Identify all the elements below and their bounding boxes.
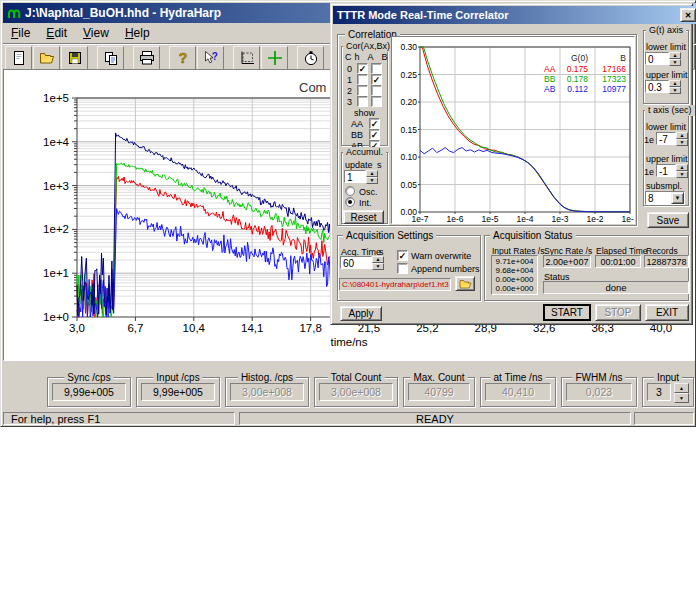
show-aa-checkbox[interactable]: ✓ [369, 118, 380, 129]
svg-text:0.25: 0.25 [400, 70, 417, 80]
osc-label: Osc. [359, 187, 378, 197]
channel-1-a-checkbox[interactable] [357, 74, 368, 85]
toolbar-button-axes[interactable] [233, 46, 260, 71]
show-label: show [354, 108, 375, 118]
field-value[interactable]: 3 [647, 383, 671, 401]
reset-button[interactable]: Reset [343, 210, 384, 224]
gt-upper-input[interactable]: 0.3 [645, 80, 669, 93]
field-value: 3,00e+008 [319, 383, 393, 401]
warn-overwrite-label: Warn overwrite [411, 251, 471, 261]
channel-number-2: 2 [347, 86, 352, 96]
axes-icon [239, 50, 255, 66]
update-label: update [345, 160, 373, 170]
menu-file[interactable]: File [3, 24, 38, 42]
stop-button[interactable]: STOP [595, 304, 641, 321]
menu-edit[interactable]: Edit [38, 24, 75, 42]
channel-3-a-checkbox[interactable] [357, 96, 368, 107]
accumul-group-label: Accumul. [343, 147, 386, 158]
svg-text:1e-3: 1e-3 [551, 214, 568, 223]
toolbar-separator [125, 47, 133, 70]
correlation-plot-panel: 0.000.050.100.150.200.250.301e-71e-61e-5… [391, 36, 635, 224]
field-label: Input [654, 372, 682, 383]
field-label: Sync /cps [64, 372, 113, 383]
svg-text:1e+4: 1e+4 [43, 136, 70, 148]
update-input[interactable]: 1 [344, 170, 366, 183]
toolbar-button-new-file[interactable] [5, 46, 32, 71]
channel-3-b-checkbox[interactable] [371, 96, 382, 107]
show-bb-label: BB [351, 130, 363, 140]
field-label: Input /cps [153, 372, 202, 383]
output-file-path[interactable]: C:\080401-hydraharp\def1.ht3 [339, 278, 451, 291]
svg-text:time/ns: time/ns [330, 336, 367, 348]
svg-text:1e+0: 1e+0 [43, 311, 69, 323]
toolbar-button-timer[interactable] [297, 46, 324, 71]
save-button[interactable]: Save [647, 212, 689, 228]
input-channel-spinner[interactable]: ▲▼ [674, 383, 689, 403]
osc-radio[interactable] [345, 186, 355, 196]
t-upper-input[interactable]: -1 [656, 164, 676, 177]
append-numbers-checkbox[interactable] [397, 263, 408, 274]
show-bb-checkbox[interactable]: ✓ [369, 129, 380, 140]
gt-lower-input[interactable]: 0 [645, 52, 669, 65]
timer-icon [303, 50, 319, 66]
toolbar-button-copy[interactable] [97, 46, 124, 71]
svg-text:3,0: 3,0 [69, 322, 85, 334]
warn-overwrite-checkbox[interactable]: ✓ [397, 250, 408, 261]
toolbar-button-context-help[interactable]: ? [197, 46, 224, 71]
field-label: at Time /ns [491, 372, 546, 383]
update-spinner[interactable]: ▲▼ [366, 170, 378, 183]
field-label: Histog. /cps [238, 372, 296, 383]
field-total-count: Total Count3,00e+008 [314, 377, 398, 407]
close-icon[interactable]: ✕ [680, 8, 696, 22]
acq-time-input[interactable]: 60 [340, 256, 372, 269]
menu-view[interactable]: View [75, 24, 117, 42]
t-upper-spinner[interactable]: ▲▼ [676, 164, 688, 177]
channel-1-b-checkbox[interactable]: ✓ [371, 74, 382, 85]
svg-text:1e+2: 1e+2 [43, 223, 69, 235]
svg-text:1e+5: 1e+5 [43, 92, 69, 104]
toolbar-button-crosshair[interactable] [261, 46, 288, 71]
t-axis-group-label: t axis (sec) [645, 105, 695, 116]
channel-0-a-checkbox[interactable]: ✓ [357, 63, 368, 74]
t-lower-spinner[interactable]: ▲▼ [676, 132, 688, 145]
int-radio[interactable] [345, 197, 355, 207]
channel-number-1: 1 [347, 75, 352, 85]
toolbar-button-save-file[interactable] [61, 46, 88, 71]
input-rate-line: 9.71e+004 [495, 257, 533, 266]
crosshair-icon [267, 50, 283, 66]
exit-button[interactable]: EXIT [645, 304, 689, 321]
channel-2-b-checkbox[interactable] [371, 85, 382, 96]
field-value: 40,410 [485, 383, 551, 401]
toolbar-button-open-file[interactable] [33, 46, 60, 71]
apply-button[interactable]: Apply [340, 306, 382, 321]
gt-upper-spinner[interactable]: ▲▼ [669, 80, 681, 93]
toolbar-button-print[interactable] [133, 46, 160, 71]
field-histog-cps: Histog. /cps3,00e+008 [225, 377, 309, 407]
channel-0-b-checkbox[interactable] [371, 63, 382, 74]
subsmpl-dropdown[interactable]: 8 ▼ [645, 191, 685, 205]
toolbar-button-help[interactable]: ? [169, 46, 196, 71]
field-value: 0,023 [566, 383, 632, 401]
dialog-titlebar[interactable]: TTTR Mode Real-Time Correlator ✕ [333, 6, 696, 24]
t-upper-label: upper limit [646, 154, 688, 164]
elapsed-time-box: 00:01:00 [595, 255, 641, 268]
statusbar-extra-panel [634, 412, 694, 425]
start-button[interactable]: START [543, 304, 591, 321]
channel-2-a-checkbox[interactable] [357, 85, 368, 96]
save-file-icon [67, 50, 83, 66]
print-icon [139, 50, 155, 66]
statusbar-state-panel: READY [239, 412, 631, 425]
field-max-count: Max. Count40799 [403, 377, 475, 407]
svg-text:1e-5: 1e-5 [481, 214, 498, 223]
subsmpl-label: subsmpl. [646, 181, 682, 191]
hydraharp-app-icon [7, 6, 21, 20]
acq-time-spinner[interactable]: ▲▼ [372, 256, 384, 269]
chevron-down-icon[interactable]: ▼ [671, 192, 684, 204]
t-lower-input[interactable]: -7 [656, 132, 676, 145]
show-aa-label: AA [351, 119, 363, 129]
menu-help[interactable]: Help [117, 24, 158, 42]
svg-text:?: ? [211, 51, 217, 62]
gt-lower-spinner[interactable]: ▲▼ [669, 52, 681, 65]
svg-text:1e+3: 1e+3 [43, 180, 69, 192]
browse-button[interactable] [455, 276, 475, 291]
